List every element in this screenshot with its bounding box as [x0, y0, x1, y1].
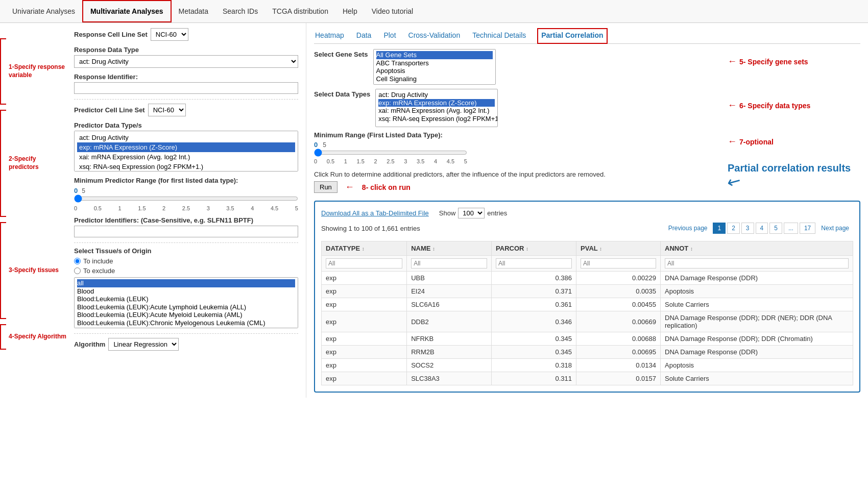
results-table: DATATYPE ↕ NAME ↕ PARCOR ↕ PVAL ↕ ANNOT … — [321, 241, 853, 385]
gene-sets-select[interactable]: All Gene Sets ABC Transporters Apoptosis… — [373, 49, 496, 85]
cell-name: EI24 — [407, 285, 492, 298]
cell-name: UBB — [407, 272, 492, 285]
radio-exclude-label[interactable]: To exclude — [74, 267, 298, 275]
cell-annot: Apoptosis — [661, 359, 853, 372]
cell-parcor: 0.311 — [492, 372, 576, 385]
cell-annot: DNA Damage Response (DDR) — [661, 272, 853, 285]
filter-pval[interactable] — [581, 258, 656, 269]
page-btn-5[interactable]: 5 — [769, 223, 782, 234]
min-predictor-range-label: Minimum Predictor Range (for first liste… — [74, 177, 298, 184]
radio-include[interactable] — [74, 258, 81, 264]
nav-video[interactable]: Video tutorial — [365, 1, 420, 21]
nav-metadata[interactable]: Metadata — [172, 1, 215, 21]
table-row: exp DDB2 0.346 0.00669 DNA Damage Respon… — [322, 311, 853, 332]
page-btn-3[interactable]: 3 — [741, 223, 754, 234]
cell-pval: 0.0157 — [576, 372, 661, 385]
predictor-cell-line-select[interactable]: NCI-60 — [148, 104, 186, 116]
tissues-label: Select Tissue/s of Origin — [74, 247, 298, 255]
cell-pval: 0.0035 — [576, 285, 661, 298]
col-pval[interactable]: PVAL ↕ — [576, 241, 661, 256]
predictor-cell-line-label: Predictor Cell Line Set — [74, 106, 145, 114]
cell-datatype: exp — [322, 346, 407, 359]
min-predictor-range-row: Minimum Predictor Range (for first liste… — [74, 177, 298, 211]
cell-pval: 0.00229 — [576, 272, 661, 285]
table-row: exp SLC6A16 0.361 0.00455 Solute Carrier… — [322, 298, 853, 311]
nav-tcga[interactable]: TCGA distribution — [265, 1, 335, 21]
partial-corr-block: Partial correlation results ↙ — [728, 162, 860, 191]
cell-datatype: exp — [322, 272, 407, 285]
tissues-row: Select Tissue/s of Origin To include To … — [74, 247, 298, 328]
gene-sets-row: Select Gene Sets All Gene Sets ABC Trans… — [314, 49, 707, 85]
table-row: exp SOCS2 0.318 0.0134 Apoptosis — [322, 359, 853, 372]
right-range-slider[interactable] — [314, 149, 467, 157]
right-slider-ticks: 00.511.522.533.544.55 — [314, 158, 467, 164]
nav-search-ids[interactable]: Search IDs — [215, 1, 265, 21]
page-btn-1[interactable]: 1 — [713, 223, 726, 234]
page-btn-2[interactable]: 2 — [727, 223, 740, 234]
entries-select[interactable]: 100 — [458, 208, 485, 218]
slider-value-label: 0 — [74, 187, 78, 194]
predictor-range-slider[interactable] — [74, 194, 298, 203]
nav-help[interactable]: Help — [335, 1, 365, 21]
col-annot[interactable]: ANNOT ↕ — [661, 241, 853, 256]
page-btn-4[interactable]: 4 — [756, 223, 768, 234]
col-datatype[interactable]: DATATYPE ↕ — [322, 241, 407, 256]
response-data-type-select[interactable]: act: Drug Activity — [74, 55, 298, 68]
radio-exclude[interactable] — [74, 267, 81, 274]
cell-name: SLC6A16 — [407, 298, 492, 311]
radio-include-label[interactable]: To include — [74, 257, 298, 265]
prev-page-btn[interactable]: Previous page — [664, 223, 712, 233]
cell-datatype: exp — [322, 311, 407, 332]
predictor-slider-container: 0 5 00.511.522.533.544.55 — [74, 187, 298, 211]
predictor-identifiers-input[interactable]: SLFN11 BPTF — [74, 226, 298, 237]
pagination: Previous page 1 2 3 4 5 ... 17 Next page — [664, 223, 853, 234]
download-link[interactable]: Download All as a Tab-Delimited File — [321, 209, 429, 217]
slider-tick-labels: 00.511.522.533.544.55 — [74, 205, 298, 211]
response-cell-line-label: Response Cell Line Set — [74, 31, 148, 38]
cell-parcor: 0.371 — [492, 285, 576, 298]
cell-name: NFRKB — [407, 332, 492, 346]
tab-partial-correlation[interactable]: Partial Correlation — [537, 28, 607, 44]
nav-multivariate[interactable]: Multivariate Analyses — [82, 0, 172, 22]
table-row: exp EI24 0.371 0.0035 Apoptosis — [322, 285, 853, 298]
cell-parcor: 0.345 — [492, 346, 576, 359]
right-panel: Heatmap Data Plot Cross-Validation Techn… — [306, 23, 868, 398]
annot7-text: 7-optional — [739, 138, 774, 146]
filter-annot[interactable] — [665, 258, 849, 269]
tab-heatmap[interactable]: Heatmap — [314, 28, 345, 43]
algorithm-select[interactable]: Linear Regression — [108, 338, 179, 351]
cell-annot: Solute Carriers — [661, 372, 853, 385]
tab-cross-validation[interactable]: Cross-Validation — [407, 28, 462, 43]
tab-technical-details[interactable]: Technical Details — [471, 28, 527, 43]
filter-datatype[interactable] — [326, 258, 402, 269]
filter-name[interactable] — [411, 258, 487, 269]
response-cell-line-select[interactable]: NCI-60 — [151, 28, 188, 41]
table-row: exp NFRKB 0.345 0.00688 DNA Damage Respo… — [322, 332, 853, 346]
tissues-select[interactable]: all Blood Blood:Leukemia (LEUK) Blood:Le… — [74, 277, 298, 328]
showing-text: Showing 1 to 100 of 1,661 entries — [321, 225, 420, 232]
cell-name: SLC38A3 — [407, 372, 492, 385]
nav-univariate[interactable]: Univariate Analyses — [5, 1, 82, 21]
tab-data[interactable]: Data — [355, 28, 373, 43]
predictor-data-types-select[interactable]: act: Drug Activity exp: mRNA Expression … — [74, 131, 298, 172]
next-page-btn[interactable]: Next page — [817, 223, 853, 233]
run-annotation: 8- click on run — [362, 183, 411, 191]
cell-datatype: exp — [322, 332, 407, 346]
data-types-select[interactable]: act: Drug Activity exp: mRNA Expression … — [375, 89, 498, 127]
filter-parcor[interactable] — [496, 258, 572, 269]
response-identifier-input[interactable]: topotecan — [74, 82, 298, 94]
data-types-label: Select Data Types — [314, 90, 370, 98]
run-button[interactable]: Run — [314, 181, 337, 193]
response-data-type-row: Response Data Type act: Drug Activity — [74, 46, 298, 68]
slider-max-label: 5 — [82, 187, 85, 194]
annot5-arrow: ← — [728, 56, 737, 67]
tab-plot[interactable]: Plot — [382, 28, 397, 43]
step1-label: 1-Specify response variable — [9, 38, 66, 105]
col-parcor[interactable]: PARCOR ↕ — [492, 241, 576, 256]
cell-annot: DNA Damage Response (DDR); DDR (Chromati… — [661, 332, 853, 346]
run-arrow: ← — [345, 182, 354, 192]
col-name[interactable]: NAME ↕ — [407, 241, 492, 256]
response-identifier-label: Response Identifier: — [74, 73, 298, 81]
cell-annot: Apoptosis — [661, 285, 853, 298]
page-btn-17[interactable]: 17 — [800, 223, 815, 234]
